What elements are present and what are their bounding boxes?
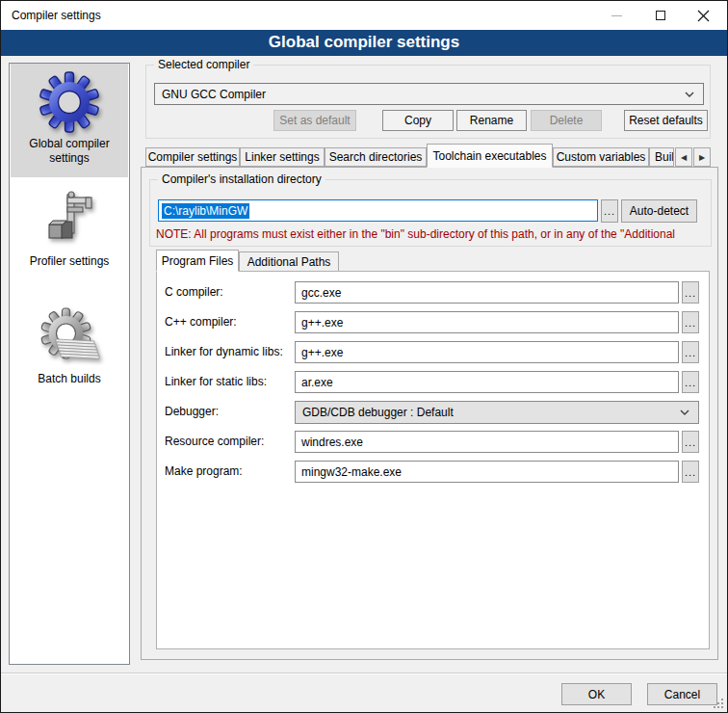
caliper-icon <box>39 189 100 251</box>
field-label: Make program: <box>165 461 243 483</box>
minimize-icon <box>611 15 622 16</box>
footer-divider <box>1 673 727 674</box>
tab-search-directories[interactable]: Search directories <box>325 147 427 167</box>
compiler-settings-dialog: Compiler settings Global compiler settin… <box>0 0 728 713</box>
delete-button[interactable]: Delete <box>531 110 602 131</box>
dynamic-linker-input[interactable] <box>295 341 679 363</box>
auto-detect-button[interactable]: Auto-detect <box>621 199 697 223</box>
sidebar-item-batch-builds[interactable]: Batch builds <box>11 306 128 403</box>
chevron-down-icon <box>680 409 689 415</box>
ok-button[interactable]: OK <box>561 683 632 705</box>
cancel-button[interactable]: Cancel <box>647 683 717 705</box>
form-row: Make program: ... <box>157 461 709 484</box>
tab-custom-variables[interactable]: Custom variables <box>553 147 649 167</box>
rename-button[interactable]: Rename <box>456 110 527 131</box>
c-compiler-input[interactable] <box>295 281 679 304</box>
field-label: C compiler: <box>165 281 223 304</box>
page-title: Global compiler settings <box>1 30 727 56</box>
tab-build-options-clipped[interactable]: Build options <box>649 147 674 167</box>
field-label: Linker for static libs: <box>165 371 267 393</box>
window-title: Compiler settings <box>12 9 101 22</box>
cpp-compiler-input[interactable] <box>295 311 679 333</box>
gear-blue-icon <box>39 71 100 133</box>
subtab-program-files[interactable]: Program Files <box>156 250 239 272</box>
tab-scroll-left-button[interactable]: ◀ <box>675 147 692 167</box>
installation-directory-group: Compiler's installation directory C:\ray… <box>149 179 712 247</box>
form-row: C++ compiler: ... <box>157 311 709 334</box>
reset-defaults-button[interactable]: Reset defaults <box>624 110 708 131</box>
sidebar-item-label: Batch builds <box>15 372 123 386</box>
tab-compiler-settings[interactable]: Compiler settings <box>145 147 240 167</box>
form-row: C compiler: ... <box>157 281 709 304</box>
browse-button[interactable]: ... <box>682 371 699 393</box>
maximize-icon <box>656 11 665 20</box>
field-label: C++ compiler: <box>165 311 237 333</box>
close-icon <box>697 10 710 22</box>
field-label: Debugger: <box>165 401 219 423</box>
form-row: Linker for dynamic libs: ... <box>157 341 709 364</box>
browse-button[interactable]: ... <box>682 431 699 453</box>
debugger-select-value: GDB/CDB debugger : Default <box>302 406 454 419</box>
resize-grip[interactable] <box>713 698 724 709</box>
static-linker-input[interactable] <box>295 371 679 393</box>
arrow-left-icon: ◀ <box>681 153 687 162</box>
compiler-select-value: GNU GCC Compiler <box>162 88 266 101</box>
browse-button[interactable]: ... <box>682 281 699 304</box>
minimize-button[interactable] <box>595 1 638 30</box>
form-row: Resource compiler: ... <box>157 431 709 454</box>
resource-compiler-input[interactable] <box>295 431 679 453</box>
browse-button[interactable]: ... <box>682 311 699 333</box>
title-bar: Compiler settings <box>1 1 727 30</box>
copy-button[interactable]: Copy <box>382 110 454 131</box>
sidebar-item-global-compiler-settings[interactable]: Global compiler settings <box>11 64 128 177</box>
group-label: Selected compiler <box>154 58 253 71</box>
group-label: Compiler's installation directory <box>158 172 325 186</box>
form-row: Debugger: GDB/CDB debugger : Default <box>157 401 709 424</box>
sidebar-item-profiler-settings[interactable]: Profiler settings <box>11 187 128 281</box>
tab-linker-settings[interactable]: Linker settings <box>240 147 325 167</box>
installation-directory-input[interactable]: C:\raylib\MinGW <box>158 199 598 222</box>
browse-directory-button[interactable]: ... <box>601 199 618 223</box>
tab-scroll-right-button[interactable]: ▶ <box>693 147 711 167</box>
toolchain-executables-page: Compiler's installation directory C:\ray… <box>141 167 718 660</box>
arrow-right-icon: ▶ <box>699 153 705 162</box>
close-button[interactable] <box>682 1 725 30</box>
debugger-select[interactable]: GDB/CDB debugger : Default <box>295 401 699 424</box>
field-label: Linker for dynamic libs: <box>165 341 283 363</box>
set-as-default-button[interactable]: Set as default <box>273 110 356 131</box>
selected-compiler-group: Selected compiler GNU GCC Compiler Set a… <box>145 65 711 139</box>
gear-stack-icon <box>39 306 100 368</box>
browse-button[interactable]: ... <box>682 461 699 483</box>
note-text: NOTE: All programs must exist either in … <box>156 227 709 241</box>
settings-category-list: Global compiler settings Profiler settin… <box>9 63 130 665</box>
field-label: Resource compiler: <box>165 431 264 453</box>
maximize-button[interactable] <box>638 1 682 30</box>
subtab-additional-paths[interactable]: Additional Paths <box>239 251 339 272</box>
form-row: Linker for static libs: ... <box>157 371 709 394</box>
browse-button[interactable]: ... <box>682 341 699 363</box>
selected-path-text: C:\raylib\MinGW <box>162 203 249 219</box>
compiler-select[interactable]: GNU GCC Compiler <box>154 83 704 105</box>
make-program-input[interactable] <box>295 461 679 483</box>
chevron-down-icon <box>685 92 694 97</box>
sidebar-item-label: Profiler settings <box>15 254 123 269</box>
tab-toolchain-executables[interactable]: Toolchain executables <box>427 144 553 168</box>
program-files-panel: C compiler: ... C++ compiler: ... Linker… <box>156 271 710 649</box>
sidebar-item-label: Global compiler settings <box>15 137 123 166</box>
